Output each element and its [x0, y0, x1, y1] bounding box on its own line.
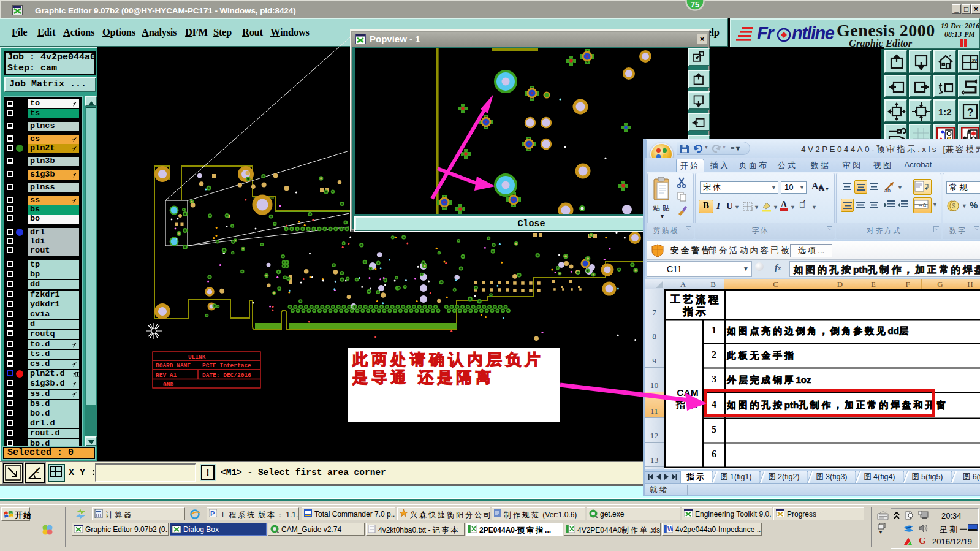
svg-text:?: ? — [967, 107, 973, 118]
svg-text:L: L — [36, 468, 39, 474]
svg-text:REV A1: REV A1 — [156, 372, 177, 379]
svg-text:PCIE Interface: PCIE Interface — [202, 362, 251, 369]
svg-text:DATE: DEC/2016: DATE: DEC/2016 — [202, 372, 251, 379]
svg-text:P: P — [210, 510, 215, 517]
svg-text:W: W — [667, 525, 673, 533]
svg-text:G: G — [919, 536, 926, 545]
svg-text:xy: xy — [972, 58, 977, 63]
svg-text:GND: GND — [163, 381, 173, 388]
svg-text:BOARD NAME: BOARD NAME — [156, 362, 191, 369]
svg-text:ULINK: ULINK — [188, 354, 206, 360]
svg-text:1:2: 1:2 — [938, 107, 952, 117]
